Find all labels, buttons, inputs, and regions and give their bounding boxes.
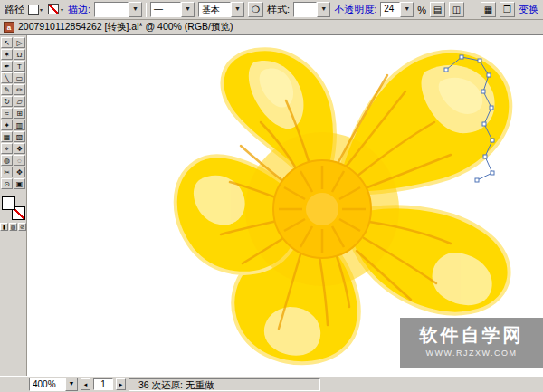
tool-line[interactable]: ╲ xyxy=(1,72,13,83)
color-mode-button[interactable]: ▮ xyxy=(0,223,8,231)
percent-label: % xyxy=(417,5,426,15)
graph-type-icon[interactable]: ▤ xyxy=(430,2,445,17)
control-bar: 路径 ▾ ▾ 描边: ▼ — ▼ 基本 ▼ ❍ 样式: ▼ 不透明度: 24 ▼… xyxy=(0,0,543,20)
stroke-none-chip xyxy=(48,4,59,14)
tool-mesh[interactable]: ▦ xyxy=(1,131,13,142)
tools-grid: ↖▷✶Ω✒T╲▭✎✏↻▱≈⊞✦▥▦▧⌖❖◍◌✂✥⊙▣ xyxy=(1,37,25,189)
stroke-weight-value xyxy=(94,2,129,17)
tool-paintbrush[interactable]: ✎ xyxy=(1,84,13,95)
stroke-panel-link[interactable]: 描边: xyxy=(68,3,90,16)
tool-direct-selection[interactable]: ▷ xyxy=(14,37,25,48)
tool-blend[interactable]: ❖ xyxy=(14,143,25,154)
watermark-url: WWW.RJZXW.COM xyxy=(400,349,543,358)
tool-gradient[interactable]: ▧ xyxy=(14,131,25,142)
brush-value: — xyxy=(150,2,181,17)
chevron-down-icon[interactable]: ▼ xyxy=(231,2,244,17)
tool-type[interactable]: T xyxy=(14,61,25,72)
artboard-canvas[interactable]: 软件自学网 WWW.RJZXW.COM xyxy=(27,35,543,376)
fill-color-swatch[interactable]: ▾ xyxy=(28,3,44,16)
opacity-dropdown[interactable]: 24 ▼ xyxy=(380,2,414,17)
appearance-panel-icon[interactable]: ❒ xyxy=(500,2,515,17)
status-message: 36 次还原: 无重做 xyxy=(129,378,320,391)
tool-eyedropper[interactable]: ⌖ xyxy=(1,143,13,154)
chevron-down-icon[interactable]: ▼ xyxy=(129,2,142,17)
stroke-color-swatch[interactable]: ▾ xyxy=(48,3,64,16)
gradient-mode-button[interactable]: ▨ xyxy=(9,223,17,231)
chevron-down-icon[interactable]: ▼ xyxy=(65,378,78,391)
tool-live-paint-bucket[interactable]: ◍ xyxy=(1,155,13,166)
tool-hand[interactable]: ✥ xyxy=(14,167,25,177)
watermark: 软件自学网 WWW.RJZXW.COM xyxy=(400,318,543,368)
fill-color-chip xyxy=(28,5,39,15)
style-value xyxy=(293,2,317,17)
style-dropdown[interactable]: ▼ xyxy=(293,2,330,17)
tool-graph[interactable]: ▥ xyxy=(14,120,25,130)
status-bar: 400% ▼ ◂ 1 ▸ 36 次还原: 无重做 xyxy=(0,376,543,392)
tool-rotate[interactable]: ↻ xyxy=(1,96,13,107)
tool-free-transform[interactable]: ⊞ xyxy=(14,108,25,119)
toolbox-panel: ↖▷✶Ω✒T╲▭✎✏↻▱≈⊞✦▥▦▧⌖❖◍◌✂✥⊙▣ ▮ ▨ ⊘ xyxy=(0,35,27,376)
separator xyxy=(146,3,147,17)
fill-swatch[interactable] xyxy=(2,196,15,210)
none-mode-button[interactable]: ⊘ xyxy=(18,223,26,231)
paint-mode-buttons: ▮ ▨ ⊘ xyxy=(0,223,26,231)
zoom-control[interactable]: 400% ▼ xyxy=(29,378,78,391)
center-core xyxy=(306,193,338,225)
appearance-value: 基本 xyxy=(198,2,231,17)
appearance-dropdown[interactable]: 基本 ▼ xyxy=(198,2,244,17)
stroke-weight-dropdown[interactable]: ▼ xyxy=(94,2,142,17)
tool-symbol-sprayer[interactable]: ✦ xyxy=(1,120,13,130)
next-page-button[interactable]: ▸ xyxy=(116,378,126,390)
tool-magic-wand[interactable]: ✶ xyxy=(1,49,13,60)
flower-center[interactable] xyxy=(273,160,371,258)
chevron-down-icon[interactable]: ▼ xyxy=(181,2,195,17)
tool-artboard[interactable]: ▣ xyxy=(14,178,25,189)
transform-panel-link[interactable]: 变换 xyxy=(519,3,538,16)
chevron-down-icon[interactable]: ▼ xyxy=(400,2,414,17)
tool-warp[interactable]: ≈ xyxy=(1,108,13,119)
document-icon: a xyxy=(4,22,14,33)
align-panel-icon[interactable]: ◫ xyxy=(449,2,464,17)
tool-live-paint-selection[interactable]: ◌ xyxy=(14,155,25,166)
brush-dropdown[interactable]: — ▼ xyxy=(150,2,195,17)
tool-scissors[interactable]: ✂ xyxy=(1,167,13,177)
zoom-value: 400% xyxy=(29,378,65,391)
chevron-down-icon: ▾ xyxy=(61,6,63,13)
tool-zoom[interactable]: ⊙ xyxy=(1,178,13,189)
tool-scale[interactable]: ▱ xyxy=(14,96,25,107)
chevron-down-icon: ▾ xyxy=(40,6,43,13)
opacity-panel-link[interactable]: 不透明度: xyxy=(334,3,376,16)
document-title-bar: a 2007910112854262 [转换].ai* @ 400% (RGB/… xyxy=(0,20,543,35)
watermark-title: 软件自学网 xyxy=(400,324,543,346)
opacity-value: 24 xyxy=(380,2,400,17)
page-number: 1 xyxy=(93,378,113,390)
document-title: 2007910112854262 [转换].ai* @ 400% (RGB/预览… xyxy=(18,21,233,33)
style-label: 样式: xyxy=(267,3,290,16)
prev-page-button[interactable]: ◂ xyxy=(81,378,90,390)
tool-pencil[interactable]: ✏ xyxy=(14,84,25,95)
recolor-artwork-icon[interactable]: ❍ xyxy=(248,2,263,17)
tool-selection[interactable]: ↖ xyxy=(1,37,13,48)
tool-lasso[interactable]: Ω xyxy=(14,49,25,60)
symbols-panel-icon[interactable]: ▦ xyxy=(481,2,496,17)
tool-rectangle[interactable]: ▭ xyxy=(14,72,25,83)
chevron-down-icon[interactable]: ▼ xyxy=(317,2,330,17)
context-label: 路径 xyxy=(5,3,24,16)
tool-pen[interactable]: ✒ xyxy=(1,61,13,72)
fill-stroke-swatches[interactable] xyxy=(2,196,25,220)
